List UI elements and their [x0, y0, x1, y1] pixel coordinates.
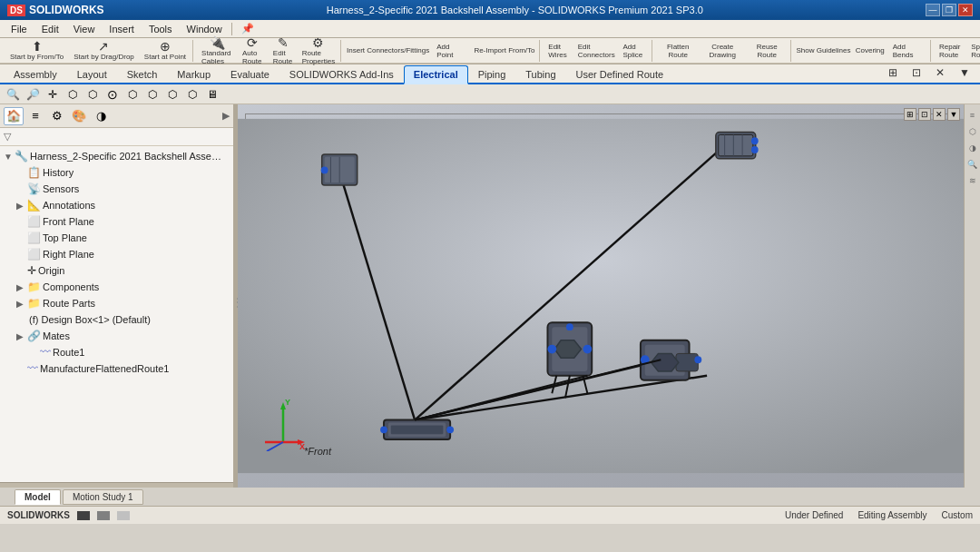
viewport-expand-btn[interactable]: ⊞: [904, 108, 916, 121]
add-bends-button[interactable]: Add Bends: [888, 40, 928, 62]
menu-tools[interactable]: Tools: [142, 22, 180, 36]
svg-point-13: [751, 146, 759, 153]
tree-item-components[interactable]: ▶ 📁 Components: [13, 279, 233, 295]
tab-user-defined-route[interactable]: User Defined Route: [566, 65, 674, 83]
tab-model[interactable]: Model: [15, 489, 61, 505]
menu-file[interactable]: File: [4, 22, 34, 36]
tree-item-design-box[interactable]: (f) Design Box<1> (Default): [13, 311, 233, 328]
right-icon-2[interactable]: ⬡: [965, 124, 980, 139]
tab-electrical[interactable]: Electrical: [404, 65, 468, 84]
edit-route-button[interactable]: ✎ Edit Route: [269, 40, 298, 62]
fm-tab-display[interactable]: ◑: [91, 107, 111, 125]
right-icon-1[interactable]: ≡: [965, 108, 980, 123]
right-icon-4[interactable]: 🔍: [965, 157, 980, 172]
viewport[interactable]: Y X *Front ⊞ ⊡ ✕ ▼: [238, 104, 964, 488]
flatten-route-button[interactable]: FlattenRoute: [656, 40, 700, 62]
add-point-button[interactable]: Add Point: [432, 40, 470, 62]
menu-view[interactable]: View: [66, 22, 103, 36]
covering-button[interactable]: Covering: [853, 40, 887, 62]
edit-connectors-button[interactable]: Edit Connectors: [575, 40, 618, 62]
tree-icon-sensors: 📡: [27, 182, 41, 195]
start-drag-button[interactable]: ↗ Start by Drag/Drop: [69, 40, 139, 62]
right-icon-5[interactable]: ≋: [965, 173, 980, 188]
tab-tubing[interactable]: Tubing: [515, 65, 565, 83]
display-style-btn[interactable]: ⬡: [83, 86, 102, 103]
edit-wires-button[interactable]: Edit Wires: [544, 40, 574, 62]
hide-show-btn[interactable]: ⊙: [103, 86, 122, 103]
tab-assembly[interactable]: Assembly: [4, 65, 67, 83]
route-properties-button[interactable]: ⚙ Route Properties: [299, 40, 338, 62]
fm-tab-feature-tree[interactable]: 🏠: [4, 107, 24, 125]
fm-tab-config[interactable]: ⚙: [47, 107, 67, 125]
right-icon-3[interactable]: ◑: [965, 141, 980, 155]
menu-pin[interactable]: 📌: [234, 21, 261, 36]
start-from-to-button[interactable]: ⬆ Start by From/To: [5, 40, 68, 62]
toolbar-route-start-group: ⬆ Start by From/To ↗ Start by Drag/Drop …: [4, 40, 193, 62]
zoom-in-btn[interactable]: ✛: [44, 86, 62, 103]
tree-item-sensors[interactable]: 📡 Sensors: [13, 181, 233, 197]
view-orientation-btn[interactable]: ⬡: [64, 86, 82, 103]
monitor-btn[interactable]: 🖥: [203, 86, 221, 103]
svg-point-12: [751, 137, 759, 144]
viewport-tile-btn[interactable]: ⊡: [918, 108, 931, 121]
view-settings-btn[interactable]: ⬡: [123, 86, 142, 103]
tab-evaluate[interactable]: Evaluate: [220, 65, 279, 83]
tab-close-button[interactable]: ✕: [929, 64, 951, 81]
close-button[interactable]: ✕: [958, 4, 973, 16]
toolbar-show-group: Show Guidelines Covering Add Bends: [793, 40, 931, 62]
tree-item-mates[interactable]: ▶ 🔗 Mates: [13, 328, 233, 344]
tree-item-top-plane[interactable]: ⬜ Top Plane: [13, 230, 233, 246]
menu-insert[interactable]: Insert: [102, 22, 142, 36]
menu-edit[interactable]: Edit: [34, 22, 66, 36]
tab-sketch[interactable]: Sketch: [117, 65, 168, 83]
show-guidelines-button[interactable]: Show Guidelines: [795, 40, 852, 62]
tree-item-origin[interactable]: ✛ Origin: [13, 262, 233, 279]
main-content: 🏠 ≡ ⚙ 🎨 ◑ ▶ ▽ ▼ 🔧 Harness_2-Specific 202…: [0, 104, 980, 488]
restore-button[interactable]: ❐: [942, 4, 956, 16]
tab-arrow-button[interactable]: ▼: [953, 64, 976, 81]
repair-route-button[interactable]: Repair Route: [935, 40, 965, 62]
viewport-arrow-btn[interactable]: ▼: [947, 108, 960, 121]
fm-expand-arrow[interactable]: ▶: [222, 110, 230, 122]
add-splice-button[interactable]: Add Splice: [619, 40, 651, 62]
status-indicator-1: [77, 511, 90, 520]
title-bar: DS SOLIDWORKS Harness_2-Specific 2021 Ba…: [0, 0, 980, 20]
tree-item-mfr1[interactable]: 〰 ManufactureFlattenedRoute1: [13, 360, 233, 377]
reuse-route-button[interactable]: ReuseRoute: [745, 40, 789, 62]
menu-window[interactable]: Window: [180, 22, 230, 36]
tree-item-right-plane[interactable]: ⬜ Right Plane: [13, 246, 233, 262]
zoom-to-fit-btn[interactable]: 🔎: [24, 86, 42, 103]
tab-options-button[interactable]: ⊡: [906, 64, 927, 81]
create-drawing-button[interactable]: CreateDrawing: [701, 40, 744, 62]
tab-markup[interactable]: Markup: [167, 65, 220, 83]
search-icon-btn[interactable]: 🔍: [4, 86, 22, 103]
insert-connectors-button[interactable]: Insert Connectors/Fittings: [345, 40, 431, 62]
display-settings-btn[interactable]: ⬡: [183, 86, 201, 103]
fm-tab-property[interactable]: ≡: [25, 107, 45, 125]
tab-motion-study-1[interactable]: Motion Study 1: [63, 489, 143, 505]
tree-item-front-plane[interactable]: ⬜ Front Plane: [13, 213, 233, 230]
route-properties-icon: ⚙: [312, 36, 324, 49]
auto-route-button[interactable]: ⟳ Auto Route: [238, 40, 268, 62]
tree-item-history[interactable]: 📋 History: [13, 164, 233, 181]
tab-solidworks-addins[interactable]: SOLIDWORKS Add-Ins: [279, 65, 404, 83]
panel-resize-handle[interactable]: [0, 482, 233, 488]
tree-item-annotations[interactable]: ▶ 📐 Annotations: [13, 197, 233, 213]
toolbar-cable-group: 🔌 Standard Cables ⟳ Auto Route ✎ Edit Ro…: [195, 40, 341, 62]
camera-btn[interactable]: ⬡: [163, 86, 181, 103]
viewport-close-btn[interactable]: ✕: [933, 108, 946, 121]
tab-piping[interactable]: Piping: [468, 65, 516, 83]
reimport-from-to-button[interactable]: Re-Import From/To: [472, 40, 538, 62]
minimize-button[interactable]: —: [926, 4, 940, 16]
section-view-btn[interactable]: ⬡: [143, 86, 162, 103]
status-indicator-2: [97, 511, 110, 520]
fm-tab-appearance[interactable]: 🎨: [69, 107, 89, 125]
tree-item-route1[interactable]: 〰 Route1: [25, 344, 233, 360]
tree-root-assembly[interactable]: ▼ 🔧 Harness_2-Specific 2021 Backshell As…: [0, 148, 233, 164]
standard-cables-button[interactable]: 🔌 Standard Cables: [197, 40, 237, 62]
tab-layout[interactable]: Layout: [67, 65, 117, 83]
tab-expand-button[interactable]: ⊞: [882, 64, 904, 81]
split-route-button[interactable]: Split Route: [966, 40, 980, 62]
tree-item-route-parts[interactable]: ▶ 📁 Route Parts: [13, 295, 233, 311]
start-at-point-button[interactable]: ⊕ Start at Point: [140, 40, 191, 62]
